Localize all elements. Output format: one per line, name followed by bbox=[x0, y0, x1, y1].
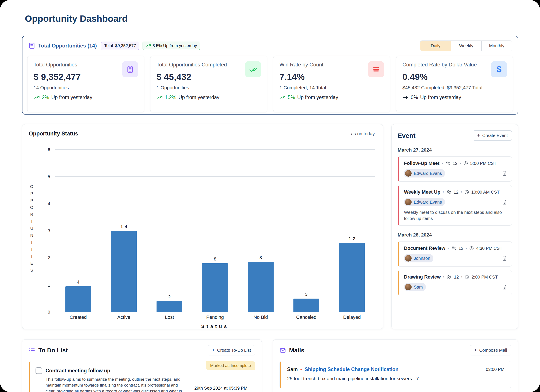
attendee-count: 12 bbox=[454, 275, 459, 280]
compose-mail-label: Compose Mail bbox=[479, 348, 507, 353]
toggle-monthly[interactable]: Monthly bbox=[481, 41, 512, 51]
avatar bbox=[405, 284, 412, 290]
attachment-icon[interactable] bbox=[502, 199, 507, 205]
clock-icon bbox=[464, 190, 469, 195]
event-time: 4:30 PM CST bbox=[476, 246, 502, 251]
event-detail-row: Edward Evans bbox=[404, 198, 507, 206]
bar bbox=[248, 262, 274, 312]
bars-container: 4 14 2 8 8 bbox=[55, 147, 375, 312]
bar bbox=[202, 263, 228, 312]
person-name: Edward Evans bbox=[414, 200, 442, 205]
bar-value: 2 bbox=[166, 294, 172, 299]
y-tick: 5 bbox=[48, 174, 50, 179]
dollar-icon: $ bbox=[491, 61, 507, 77]
todo-checkbox[interactable] bbox=[35, 368, 42, 374]
avatar bbox=[405, 255, 412, 262]
event-header: Event Create Event bbox=[398, 130, 512, 141]
x-tick: Pending bbox=[192, 314, 238, 320]
total-value-badge: Total: $9,352,577 bbox=[101, 42, 139, 50]
event-time: 5:00 PM CST bbox=[470, 161, 496, 166]
attendees-icon bbox=[445, 161, 450, 166]
compose-mail-button[interactable]: Compose Mail bbox=[470, 345, 511, 355]
trend-up-icon bbox=[280, 96, 285, 99]
event-date-group: March 28, 2024 bbox=[398, 232, 512, 238]
todo-body: This follow-up aims to summarize the mee… bbox=[35, 377, 249, 392]
person-chip: Edward Evans bbox=[404, 198, 445, 206]
trend-text: Up from yesterday bbox=[178, 94, 219, 100]
y-axis-label: OPPORTUNITIES bbox=[29, 184, 34, 275]
create-event-button[interactable]: Create Event bbox=[473, 130, 512, 141]
bar-created: 4 bbox=[55, 147, 101, 312]
stat-title: Total Opportunities bbox=[34, 62, 116, 68]
summary-trend-label: 8.5% Up from yesterday bbox=[153, 43, 197, 48]
x-tick: Lost bbox=[147, 314, 192, 320]
event-name: Follow-Up Meet bbox=[404, 161, 440, 166]
status-badge: Marked as Incomplete bbox=[206, 361, 255, 370]
trend-text: Up from yesterday bbox=[51, 94, 92, 100]
toggle-daily[interactable]: Daily bbox=[420, 41, 451, 51]
stat-sub: 1 Completed, 14 Total bbox=[280, 85, 384, 91]
stat-card-total-completed: Total Opportunities Completed $ 45,432 1… bbox=[150, 56, 267, 112]
dot-separator bbox=[442, 161, 443, 166]
toggle-weekly[interactable]: Weekly bbox=[451, 41, 481, 51]
event-item-follow-up-meet[interactable]: Follow-Up Meet 12 5:00 PM CST Edward Eva… bbox=[398, 156, 512, 182]
person-name: Sam bbox=[414, 285, 423, 290]
mail-subject[interactable]: Shipping Schedule Change Notification bbox=[305, 367, 399, 372]
event-title-row: Drawing Review 12 2:00 PM CST bbox=[404, 274, 507, 280]
page-title: Opportunity Dashboard bbox=[25, 14, 128, 24]
create-todo-button[interactable]: Create To-Do List bbox=[208, 345, 255, 355]
todo-list-icon bbox=[29, 347, 35, 354]
person-name: Edward Evans bbox=[414, 171, 442, 176]
person-chip: Johnson bbox=[404, 254, 433, 262]
stat-card-win-rate: Win Rate by Count 7.14% 1 Completed, 14 … bbox=[273, 56, 390, 112]
event-item-drawing-review[interactable]: Drawing Review 12 2:00 PM CST Sam bbox=[398, 270, 512, 295]
stat-trend: 5% Up from yesterday bbox=[280, 94, 384, 100]
trend-up-icon bbox=[156, 96, 163, 99]
event-accent-bar bbox=[398, 185, 399, 225]
event-title-row: Weekly Meet Up 12 10:00 AM CST bbox=[404, 189, 507, 195]
mail-time: 03:00 PM bbox=[486, 367, 505, 372]
event-item-document-review[interactable]: Document Review 12 4:30 PM CST Johnson bbox=[398, 241, 512, 267]
todo-header: To Do List Create To-Do List bbox=[29, 345, 255, 355]
attendee-count: 12 bbox=[454, 190, 459, 195]
attachment-icon[interactable] bbox=[502, 284, 507, 290]
mail-preview: 25 foot trench box and main pipeline ins… bbox=[287, 376, 505, 382]
y-tick: 2 bbox=[48, 255, 50, 260]
person-chip: Edward Evans bbox=[404, 169, 445, 177]
dot-separator bbox=[448, 246, 449, 251]
bar bbox=[339, 243, 365, 312]
event-accent-bar bbox=[398, 241, 399, 266]
bar-value: 3 bbox=[303, 292, 309, 297]
person-name: Johnson bbox=[414, 256, 430, 261]
event-detail-row: Edward Evans bbox=[404, 169, 507, 177]
mails-panel-title: Mails bbox=[289, 347, 304, 354]
attachment-icon[interactable] bbox=[502, 255, 507, 261]
stat-card-completed-rate: Completed Rate by Dollar Value $ 0.49% $… bbox=[396, 56, 513, 112]
chart-header: Opportunity Status as on today bbox=[22, 130, 383, 137]
x-tick: No Bid bbox=[238, 314, 283, 320]
x-axis-label: Status bbox=[55, 324, 375, 329]
trend-up-icon bbox=[34, 96, 40, 99]
dashboard-screen: Opportunity Dashboard Total Opportunitie… bbox=[0, 0, 540, 392]
x-tick: Delayed bbox=[329, 314, 375, 320]
event-item-weekly-meet-up[interactable]: Weekly Meet Up 12 10:00 AM CST Edward Ev… bbox=[398, 185, 512, 226]
dot-separator bbox=[465, 246, 467, 251]
bar-value: 4 bbox=[75, 279, 81, 285]
x-axis-categories: Created Active Lost Pending No Bid Cance… bbox=[55, 314, 375, 320]
bar bbox=[293, 299, 319, 312]
bar-active: 14 bbox=[101, 147, 146, 312]
plus-icon bbox=[212, 348, 215, 353]
event-title-row: Follow-Up Meet 12 5:00 PM CST bbox=[404, 161, 507, 166]
clipboard-icon bbox=[122, 61, 138, 77]
event-name: Document Review bbox=[404, 245, 445, 251]
summary-trend-badge: 8.5% Up from yesterday bbox=[143, 42, 200, 50]
mails-header: Mails Compose Mail bbox=[280, 345, 511, 355]
event-date-group: March 27, 2024 bbox=[398, 147, 512, 153]
mail-item[interactable]: Sam Shipping Schedule Change Notificatio… bbox=[280, 361, 511, 388]
avatar bbox=[405, 170, 412, 177]
attachment-icon[interactable] bbox=[502, 171, 507, 176]
attendees-icon bbox=[446, 190, 451, 195]
opportunities-doc-icon bbox=[28, 42, 35, 49]
stat-card-row: Total Opportunities $ 9,352,477 14 Oppor… bbox=[22, 51, 518, 112]
event-time: 2:00 PM CST bbox=[471, 275, 498, 280]
